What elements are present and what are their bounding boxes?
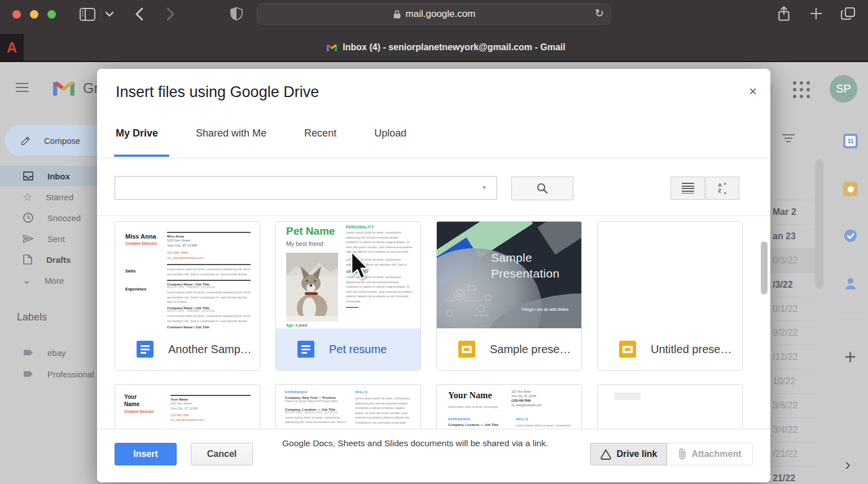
email-row-date[interactable]: an 23 [770,224,817,248]
drive-link-button[interactable]: Drive link [590,443,667,465]
active-tab-underline [114,155,169,157]
active-tab[interactable]: Inbox (4) - seniorplanetnewyork@gmail.co… [24,34,868,61]
gmail-favicon [326,43,337,52]
email-row-date[interactable]: 0/1/22 [770,297,817,321]
calendar-icon[interactable]: 31 [843,134,858,148]
search-input[interactable] [115,176,497,200]
reload-icon[interactable]: ↻ [595,7,604,20]
tab-shared-with-me[interactable]: Shared with Me [196,127,266,139]
window-minimize-button[interactable] [30,10,38,19]
new-tab-icon[interactable] [809,7,823,20]
file-card-sample-presentation[interactable]: Sample Presentation Things I can do with… [436,221,582,371]
file-name: Another Samp… [168,343,252,356]
sort-az-button[interactable]: AZ ▲▼ [705,177,739,200]
email-row-date[interactable]: 3/4/22 [770,417,817,442]
mouse-cursor [350,250,369,281]
email-row-date[interactable]: 21/22 [770,466,817,484]
sidebar-item-label: Starred [46,192,73,202]
dog-photo [286,253,338,322]
sidebar-item-sent[interactable]: Sent [0,228,97,249]
email-row-date[interactable]: 10/22 [770,369,817,393]
close-icon[interactable]: × [749,85,757,98]
attachment-button[interactable]: Attachment [667,443,753,465]
privacy-shield-icon[interactable] [230,6,243,21]
email-row-date[interactable]: 0/3/22 [770,248,817,272]
cancel-button[interactable]: Cancel [191,443,253,465]
file-thumbnail: Miss Anna Creative Director Skills Exper… [115,222,260,329]
gmail-menu-icon[interactable] [16,83,28,95]
google-slides-icon [458,341,475,358]
file-card-footer: Sample prese… [437,328,581,370]
tab-my-drive[interactable]: My Drive [116,127,158,139]
back-button-icon[interactable] [134,7,144,21]
insert-mode-toggle: Drive link Attachment [590,443,753,465]
sidebar-item-snoozed[interactable]: Snoozed [0,208,97,228]
picker-tabs: My Drive Shared with Me Recent Upload [116,127,406,139]
sidebar-item-label: Inbox [47,171,70,181]
sidebar-item-label: Drafts [46,255,71,265]
contacts-icon[interactable] [843,276,858,291]
insert-button[interactable]: Insert [115,443,177,465]
rail-divider [839,319,862,320]
pencil-icon [20,135,32,146]
list-view-icon [682,183,694,193]
sidebar-item-label: Sent [47,234,65,244]
label-tag-icon [23,370,34,378]
chevron-down-icon: ⌄ [23,278,31,283]
list-view-button[interactable] [670,177,705,200]
email-row-date[interactable]: 3/8/22 [770,393,817,417]
sidebar-label-ebay[interactable]: ebay [0,342,97,363]
file-card-untitled-presentation[interactable]: Untitled prese… [597,221,743,371]
file-thumbnail: Sample Presentation Things I can do with… [437,222,581,329]
sidebar-item-inbox[interactable]: Inbox [0,166,97,186]
email-row-date[interactable]: Mar 2 [770,200,817,224]
lock-icon [393,9,401,19]
clock-icon [23,212,34,223]
sidebar-toggle-icon[interactable] [79,7,96,22]
tab-overview-icon[interactable] [840,6,856,21]
tasks-icon[interactable] [843,228,858,243]
picker-scrollbar[interactable] [761,241,768,294]
window-zoom-button[interactable] [47,10,56,19]
drive-icon [600,448,612,460]
pinned-tab[interactable]: A [0,34,24,61]
add-panel-icon[interactable]: + [844,345,856,369]
email-row-date[interactable]: /3/22 [770,272,817,297]
keep-icon[interactable] [843,182,858,196]
sidebar-item-more[interactable]: ⌄ More [0,270,97,291]
apps-grid-icon[interactable] [792,80,811,99]
tab-upload[interactable]: Upload [374,127,406,139]
sidebar-item-drafts[interactable]: Drafts [0,249,97,270]
search-button[interactable] [511,177,573,200]
email-row-date[interactable]: 9/2/22 [770,320,817,345]
collapse-panel-chevron-icon[interactable]: › [845,455,851,474]
file-thumbnail: Pet Name My best friend [276,222,420,329]
sidebar-item-starred[interactable]: ☆ Starred [0,187,97,207]
avatar[interactable]: SP [830,75,857,103]
window-close-button[interactable] [12,10,21,19]
google-docs-icon [297,341,314,358]
drive-picker-dialog: Insert files using Google Drive × My Dri… [97,69,770,482]
search-dropdown-arrow-icon[interactable]: ▾ [483,183,486,191]
forward-button-icon[interactable] [165,7,176,21]
file-card-another-sample[interactable]: Miss Anna Creative Director Skills Exper… [115,221,260,371]
address-bar[interactable]: mail.google.com ↻ [257,3,611,25]
filter-icon[interactable] [782,134,795,142]
email-row-date[interactable]: /21/22 [770,442,817,466]
file-card-pet-resume[interactable]: Pet Name My best friend [275,221,421,371]
google-docs-icon [137,341,154,358]
tab-group-chevron-icon[interactable] [105,11,114,17]
share-icon[interactable] [777,6,791,23]
toolbar-divider [100,7,101,21]
dialog-footer: Insert Cancel Google Docs, Sheets and Sl… [97,429,770,482]
sidebar-label-professional[interactable]: Professional [0,363,97,385]
tab-title-text: Inbox (4) - seniorplanetnewyork@gmail.co… [343,42,565,52]
email-list-scrollbar[interactable] [815,159,823,289]
toolbar-divider [97,215,770,216]
tab-recent[interactable]: Recent [304,127,336,139]
compose-label: Compose [44,136,80,146]
draft-file-icon [23,254,33,265]
file-card-footer-selected: Pet resume [276,328,420,370]
hamburger-icon [16,83,28,92]
email-row-date[interactable]: /12/22 [770,345,817,369]
